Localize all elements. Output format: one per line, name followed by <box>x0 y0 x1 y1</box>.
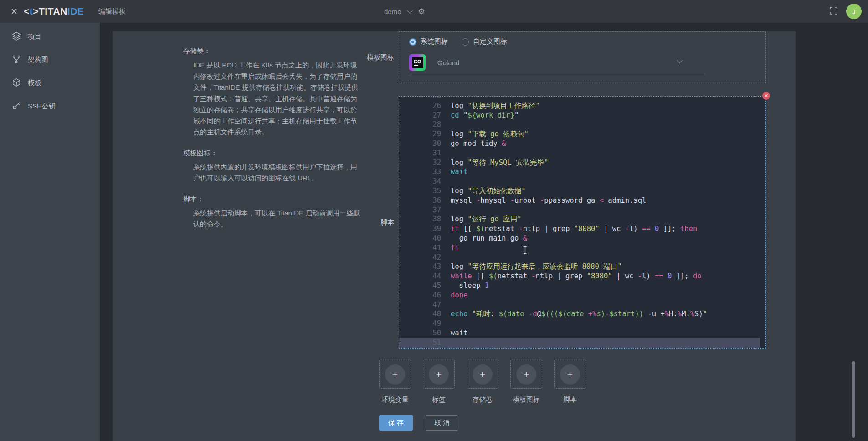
gear-icon[interactable]: ⚙ <box>418 8 425 15</box>
sidebar-item-1[interactable]: 项目 <box>0 30 100 43</box>
code-line-32[interactable]: 32log "等待 MySQL 安装完毕" <box>399 158 765 168</box>
line-number: 32 <box>399 158 441 168</box>
add-标签-button[interactable]: + <box>423 360 455 389</box>
key-icon <box>12 101 21 112</box>
line-number: 44 <box>399 272 441 281</box>
plus-icon: + <box>385 364 405 385</box>
code-line-34[interactable]: 34 <box>399 177 765 186</box>
code-line-29[interactable]: 29log "下载 go 依赖包" <box>399 129 765 139</box>
sidebar-item-3[interactable]: 模板 <box>0 76 100 90</box>
code-line-40[interactable]: 40 go run main.go & <box>399 234 765 243</box>
add-item-label: 标签 <box>423 395 455 404</box>
code-line-27[interactable]: 27cd "${work_dir}" <box>399 111 765 120</box>
line-content: go mod tidy & <box>441 139 506 149</box>
avatar[interactable]: J <box>846 4 862 19</box>
line-content: done <box>441 291 467 300</box>
add-存储卷-button[interactable]: + <box>467 360 498 389</box>
text-cursor-icon <box>522 246 528 256</box>
add-环境变量-button[interactable]: + <box>379 360 411 389</box>
line-content: while [[ $(netstat -ntlp | grep "8080" |… <box>441 272 702 281</box>
plus-icon: + <box>560 364 580 385</box>
code-line-41[interactable]: 41fi <box>399 243 765 253</box>
line-number: 51 <box>399 338 441 348</box>
line-content: log "导入初始化数据" <box>441 186 526 196</box>
sidebar-item-4[interactable]: SSH公钥 <box>0 99 100 113</box>
line-number: 35 <box>399 186 441 196</box>
line-number: 48 <box>399 309 441 319</box>
code-line-36[interactable]: 36mysql -hmysql -uroot -ppassword ga < a… <box>399 196 765 205</box>
add-item-label: 环境变量 <box>379 395 411 404</box>
add-item-label: 存储卷 <box>467 395 498 404</box>
sidebar-item-label: SSH公钥 <box>28 102 56 111</box>
line-content: go run main.go & <box>441 234 527 243</box>
chevron-down-icon <box>677 57 683 63</box>
line-content <box>441 338 451 348</box>
code-line-38[interactable]: 38log "运行 go 应用" <box>399 215 765 224</box>
line-content: mysql -hmysql -uroot -ppassword ga < adm… <box>441 196 646 205</box>
code-line-39[interactable]: 39if [[ $(netstat -ntlp | grep "8080" | … <box>399 224 765 234</box>
icon-select-value: Goland <box>437 59 459 67</box>
script-editor[interactable]: 2526log "切换到项目工作路径"27cd "${work_dir}"282… <box>399 96 766 349</box>
fullscreen-icon[interactable] <box>829 6 838 17</box>
code-line-43[interactable]: 43log "等待应用运行起来后，应该会监听 8080 端口" <box>399 262 765 272</box>
radio-circle[interactable] <box>462 38 469 46</box>
code-line-30[interactable]: 30go mod tidy & <box>399 139 765 149</box>
sidebar-item-2[interactable]: 架构图 <box>0 53 100 67</box>
add-脚本-button[interactable]: + <box>554 360 586 389</box>
field-label-template-icon: 模板图标 <box>312 31 394 83</box>
code-line-49[interactable]: 49 <box>399 319 765 328</box>
code-line-46[interactable]: 46done <box>399 291 765 300</box>
code-line-37[interactable]: 37 <box>399 205 765 215</box>
line-content <box>441 149 451 158</box>
radio-custom-icon[interactable]: 自定义图标 <box>462 37 507 46</box>
code-line-50[interactable]: 50wait <box>399 328 765 338</box>
add-item-5: +脚本 <box>554 360 586 404</box>
radio-label: 自定义图标 <box>473 37 507 46</box>
line-number: 40 <box>399 234 441 243</box>
line-number: 49 <box>399 319 441 328</box>
code-line-31[interactable]: 31 <box>399 149 765 158</box>
line-number: 39 <box>399 224 441 234</box>
line-number: 26 <box>399 101 441 111</box>
code-line-44[interactable]: 44while [[ $(netstat -ntlp | grep "8080"… <box>399 272 765 281</box>
radio-system-icon[interactable]: 系统图标 <box>409 37 448 46</box>
remove-script-icon[interactable]: ✕ <box>762 92 770 100</box>
save-button[interactable]: 保 存 <box>379 415 413 431</box>
line-number: 46 <box>399 291 441 300</box>
code-line-28[interactable]: 28 <box>399 120 765 129</box>
code-line-45[interactable]: 45 sleep 1 <box>399 281 765 291</box>
line-content: sleep 1 <box>441 281 489 291</box>
chevron-down-icon[interactable] <box>407 8 413 14</box>
code-line-47[interactable]: 47 <box>399 300 765 310</box>
code-line-25[interactable]: 25 <box>399 97 765 101</box>
env-select[interactable]: demo <box>384 8 401 15</box>
line-number: 28 <box>399 120 441 129</box>
code-line-48[interactable]: 48echo "耗时: $(date -d@$((($(date +%s)-$s… <box>399 309 765 319</box>
code-area[interactable]: 2526log "切换到项目工作路径"27cd "${work_dir}"282… <box>399 97 765 348</box>
code-line-26[interactable]: 26log "切换到项目工作路径" <box>399 101 765 111</box>
page-scrollbar[interactable] <box>852 361 855 438</box>
add-模板图标-button[interactable]: + <box>510 360 542 389</box>
line-content <box>441 319 451 328</box>
line-number: 50 <box>399 328 441 338</box>
code-line-51[interactable]: 51 <box>399 338 760 348</box>
radio-circle[interactable] <box>409 38 416 46</box>
code-line-42[interactable]: 42 <box>399 253 765 262</box>
line-number: 25 <box>399 97 441 101</box>
branch-icon <box>12 55 21 65</box>
line-number: 45 <box>399 281 441 291</box>
line-content: wait <box>441 167 467 177</box>
template-icon-fieldset: 系统图标自定义图标 GO Goland <box>399 31 766 83</box>
line-number: 41 <box>399 243 441 253</box>
line-content: echo "耗时: $(date -d@$((($(date +%s)-$sta… <box>441 309 707 319</box>
line-number: 43 <box>399 262 441 272</box>
close-icon[interactable]: × <box>7 0 21 23</box>
code-line-35[interactable]: 35log "导入初始化数据" <box>399 186 765 196</box>
line-content: log "下载 go 依赖包" <box>441 129 529 139</box>
code-line-33[interactable]: 33wait <box>399 167 765 177</box>
cancel-button[interactable]: 取 消 <box>426 415 458 431</box>
icon-select[interactable]: GO Goland <box>409 51 705 74</box>
add-item-label: 脚本 <box>554 395 586 404</box>
topbar: × <t>TITANIDE 编辑模板 demo ⚙ J <box>0 0 868 23</box>
line-number: 42 <box>399 253 441 262</box>
